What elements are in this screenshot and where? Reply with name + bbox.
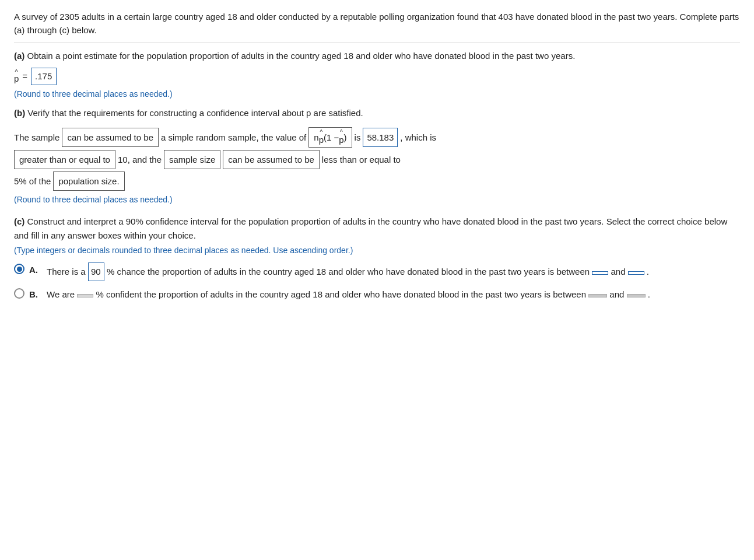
part-c-question: (c) Construct and interpret a 90% confid… — [14, 215, 740, 243]
dropdown-can-be-assumed-1[interactable]: can be assumed to be — [62, 128, 159, 147]
intro-paragraph: A survey of 2305 adults in a certain lar… — [14, 10, 740, 43]
part-c-section: (c) Construct and interpret a 90% confid… — [14, 215, 740, 302]
choice-b-text1: We are — [47, 289, 75, 299]
np-formula-box: n ^ p (1 − ^ p ) — [308, 127, 352, 148]
np-value-box[interactable]: 58.183 — [363, 128, 398, 147]
p-hat-value[interactable]: .175 — [31, 68, 57, 85]
part-b-round-hint: (Round to three decimal places as needed… — [14, 193, 740, 206]
radio-b[interactable] — [14, 288, 24, 299]
p-hat-line: ^ p = .175 — [14, 68, 740, 85]
part-b-question-text: Verify that the requirements for constru… — [27, 108, 363, 118]
part-c-label: (c) — [14, 216, 24, 226]
verify-line-2: greater than or equal to 10, and the sam… — [14, 150, 740, 169]
verify-line-1: The sample can be assumed to be a simple… — [14, 127, 740, 148]
choice-a-box3[interactable] — [628, 271, 644, 275]
part-b-label: (b) — [14, 108, 25, 118]
p-hat-symbol: ^ p — [14, 69, 19, 84]
which-is-text: , which is — [400, 130, 436, 145]
part-a-section: (a) Obtain a point estimate for the popu… — [14, 49, 740, 100]
radio-a[interactable] — [14, 264, 24, 274]
choice-a-text3: and — [611, 267, 625, 276]
choice-a-box1[interactable]: 90 — [88, 262, 104, 281]
part-c-question-text: Construct and interpret a 90% confidence… — [14, 216, 727, 240]
choice-a-row: A. There is a 90 % chance the proportion… — [14, 262, 740, 281]
equals-sign: = — [22, 69, 27, 83]
dropdown-greater-than[interactable]: greater than or equal to — [14, 150, 115, 169]
choice-b-content: We are % confident the proportion of adu… — [47, 287, 740, 302]
choice-a-text1: There is a — [47, 267, 86, 276]
choice-b-text3: and — [609, 289, 624, 299]
choice-b-box3[interactable] — [627, 294, 646, 298]
the-sample-text: The sample — [14, 130, 59, 145]
dropdown-sample-size[interactable]: sample size — [164, 150, 220, 169]
choice-b-box1[interactable] — [77, 294, 93, 298]
choice-b-label: B. — [29, 288, 42, 302]
part-c-type-hint: (Type integers or decimals rounded to th… — [14, 244, 740, 257]
part-b-section: (b) Verify that the requirements for con… — [14, 106, 740, 206]
choice-a-label: A. — [29, 263, 42, 277]
part-b-question: (b) Verify that the requirements for con… — [14, 106, 740, 120]
p-hat-2-in-formula: ^ p — [339, 130, 343, 145]
dropdown-can-be-assumed-2[interactable]: can be assumed to be — [223, 150, 320, 169]
part-a-question: (a) Obtain a point estimate for the popu… — [14, 49, 740, 63]
is-text: is — [355, 130, 361, 145]
choice-b-text4: . — [648, 289, 650, 299]
dropdown-population-size[interactable]: population size. — [53, 172, 124, 191]
ten-and-the-text: 10, and the — [118, 152, 162, 167]
verify-line-3: 5% of the population size. — [14, 172, 740, 191]
choice-a-content: There is a 90 % chance the proportion of… — [47, 262, 740, 281]
part-a-round-hint: (Round to three decimal places as needed… — [14, 88, 740, 100]
part-a-question-text: Obtain a point estimate for the populati… — [27, 51, 576, 61]
n-letter: n — [314, 130, 318, 145]
formula-paren: (1 − — [324, 130, 339, 145]
p-hat-in-formula: ^ p — [319, 130, 324, 145]
five-percent-text: 5% of the — [14, 173, 51, 189]
simple-random-text: a simple random sample, the value of — [161, 130, 306, 145]
choice-a-text2: % chance the proportion of adults in the… — [107, 267, 590, 276]
choice-b-row: B. We are % confident the proportion of … — [14, 287, 740, 302]
choice-b-box2[interactable] — [588, 294, 607, 298]
part-a-label: (a) — [14, 51, 24, 61]
intro-text: A survey of 2305 adults in a certain lar… — [14, 12, 739, 35]
choice-b-text2: % confident the proportion of adults in … — [96, 289, 586, 299]
p-letter: p — [14, 74, 19, 84]
less-than-text: less than or equal to — [322, 152, 401, 167]
choice-a-text4: . — [647, 267, 649, 276]
formula-close-paren: ) — [344, 130, 347, 145]
choice-a-box2[interactable] — [592, 271, 608, 275]
